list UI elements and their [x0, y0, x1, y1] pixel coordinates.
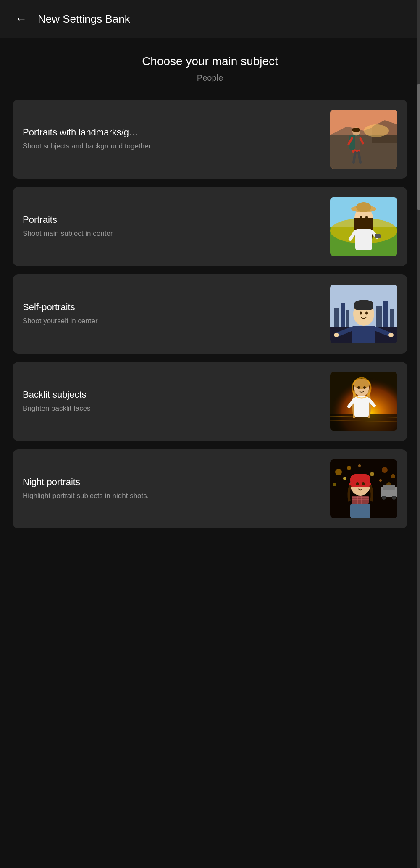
card-text-portraits: Portraits Shoot main subject in center	[23, 214, 330, 239]
svg-rect-28	[334, 308, 339, 327]
svg-point-44	[388, 333, 394, 337]
card-description-self-portraits: Shoot yourself in center	[23, 316, 322, 326]
card-image-backlit	[330, 372, 397, 431]
svg-rect-31	[376, 306, 382, 327]
card-title-backlit: Backlit subjects	[23, 389, 322, 400]
svg-point-22	[365, 216, 368, 219]
page-subtitle: People	[13, 73, 407, 83]
svg-point-65	[343, 477, 346, 480]
card-night-portraits[interactable]: Night portraits Highlight portrait subje…	[13, 449, 407, 528]
svg-rect-70	[383, 485, 395, 490]
card-image-landmarks	[330, 110, 397, 169]
card-portraits[interactable]: Portraits Shoot main subject in center	[13, 187, 407, 266]
card-backlit[interactable]: Backlit subjects Brighten backlit faces	[13, 362, 407, 441]
card-title-night-portraits: Night portraits	[23, 477, 322, 488]
header-title: New Settings Bank	[38, 13, 130, 26]
card-text-backlit: Backlit subjects Brighten backlit faces	[23, 389, 330, 414]
svg-point-61	[382, 467, 388, 473]
svg-point-77	[362, 482, 365, 485]
header: ← New Settings Bank	[0, 0, 420, 38]
svg-rect-29	[341, 303, 345, 327]
svg-point-72	[392, 496, 396, 500]
card-title-landmarks: Portraits with landmarks/g…	[23, 127, 322, 138]
card-self-portraits[interactable]: Self-portraits Shoot yourself in center	[13, 274, 407, 354]
svg-point-59	[335, 469, 342, 475]
svg-point-76	[356, 482, 359, 485]
card-image-self-portraits	[330, 285, 397, 343]
svg-point-63	[333, 483, 336, 486]
card-title-portraits: Portraits	[23, 214, 322, 225]
svg-rect-40	[352, 326, 375, 343]
svg-rect-33	[390, 309, 394, 327]
svg-point-20	[356, 202, 371, 212]
svg-line-12	[354, 153, 355, 162]
backlit-illustration	[330, 372, 397, 431]
back-button[interactable]: ←	[13, 11, 29, 27]
card-description-night-portraits: Highlight portrait subjects in night sho…	[23, 491, 322, 501]
svg-point-39	[365, 312, 368, 315]
svg-rect-23	[355, 229, 372, 250]
card-description-backlit: Brighten backlit faces	[23, 404, 322, 414]
night-portrait-illustration	[330, 459, 397, 518]
card-description-portraits: Shoot main subject in center	[23, 229, 322, 239]
svg-rect-37	[354, 301, 373, 310]
svg-rect-75	[349, 483, 371, 487]
svg-rect-9	[354, 135, 360, 150]
svg-rect-83	[350, 504, 370, 518]
svg-point-5	[364, 124, 389, 137]
svg-point-71	[382, 496, 386, 500]
scrollbar-thumb	[417, 84, 420, 210]
svg-point-68	[379, 479, 382, 482]
card-landmarks[interactable]: Portraits with landmarks/g… Shoot subjec…	[13, 100, 407, 179]
card-text-night-portraits: Night portraits Highlight portrait subje…	[23, 477, 330, 501]
svg-point-53	[363, 386, 366, 389]
svg-rect-30	[346, 310, 349, 327]
svg-line-13	[359, 153, 360, 162]
svg-point-52	[357, 386, 360, 389]
card-description-landmarks: Shoot subjects and background together	[23, 141, 322, 151]
svg-point-14	[352, 128, 360, 132]
svg-point-67	[370, 472, 374, 476]
card-text-self-portraits: Self-portraits Shoot yourself in center	[23, 302, 330, 326]
card-title-self-portraits: Self-portraits	[23, 302, 322, 313]
card-image-portraits	[330, 197, 397, 256]
portraits-illustration	[330, 197, 397, 256]
self-portrait-illustration	[330, 285, 397, 343]
svg-point-21	[360, 216, 362, 219]
svg-point-38	[360, 312, 362, 315]
scrollbar[interactable]	[417, 0, 420, 868]
svg-rect-32	[383, 301, 388, 327]
svg-point-66	[358, 464, 361, 467]
card-image-night-portraits	[330, 459, 397, 518]
svg-rect-54	[354, 396, 369, 417]
svg-point-62	[391, 474, 395, 478]
svg-point-43	[334, 333, 339, 337]
main-content: Choose your main subject People Portrait…	[0, 38, 420, 554]
card-text-landmarks: Portraits with landmarks/g… Shoot subjec…	[23, 127, 330, 151]
page-title: Choose your main subject	[13, 55, 407, 68]
svg-rect-26	[375, 234, 381, 238]
landmarks-illustration	[330, 110, 397, 169]
svg-point-60	[347, 466, 351, 470]
